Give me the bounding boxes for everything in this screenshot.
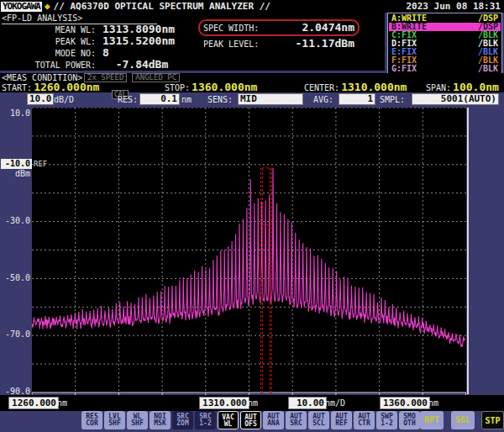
- softkey-res-cor[interactable]: RESCOR: [81, 411, 102, 429]
- softkey-smo-oth[interactable]: SMOOTH: [399, 411, 420, 429]
- spec-width-label: SPEC WIDTH:: [203, 24, 259, 33]
- sweep-params: START: 1260.000nm STOP: 1360.000nm CENTE…: [0, 81, 504, 92]
- softkey-line: MSK: [150, 420, 171, 427]
- trace-g-label: G:FIX: [391, 65, 417, 73]
- res-label: RES:: [118, 95, 138, 104]
- x-stop-unit: nm: [428, 398, 438, 408]
- total-power-row: TOTAL POWER: -7.84dBm: [2, 58, 175, 70]
- softkey-line: ZOM: [172, 420, 193, 427]
- total-power-label: TOTAL POWER:: [2, 61, 96, 70]
- softkey-aut-ref[interactable]: AUTREF: [331, 411, 352, 429]
- avg-field[interactable]: 1: [339, 93, 375, 105]
- peak-level-label: PEAK LEVEL:: [203, 40, 259, 49]
- meas-condition-panel: <MEAS CONDITION> 2x SPEED ANGLED PC STAR…: [0, 73, 504, 92]
- softkey-line: COR: [81, 420, 102, 427]
- softkey-line: WL: [218, 421, 238, 428]
- ref-level-field[interactable]: -10.0: [1, 159, 32, 169]
- softkey-aut-ctr[interactable]: AUTCTR: [354, 411, 375, 429]
- level-scale-field[interactable]: 10.0: [27, 93, 54, 105]
- softkey-line: SRC: [286, 420, 307, 427]
- res-unit: nm: [181, 95, 192, 104]
- x-start-field[interactable]: 1260.000: [8, 397, 59, 409]
- y-tick-10: 10.0: [0, 108, 30, 118]
- start-label: START:: [2, 83, 32, 92]
- softkey-swp-1-2[interactable]: SWP1-2: [376, 411, 397, 429]
- softkey-line: SHF: [104, 420, 125, 427]
- peak-wl-label: PEAK WL:: [2, 37, 96, 46]
- ref-line-label: REF: [34, 160, 47, 168]
- start-param[interactable]: START: 1260.000nm: [2, 81, 99, 93]
- trace-g-mode: /BLK: [478, 65, 498, 73]
- y-tick-m30: -30.0: [0, 216, 30, 225]
- sweep-repeat-button[interactable]: RPT: [420, 411, 444, 429]
- softkey-aut-scl[interactable]: AUTSCL: [308, 411, 329, 429]
- softkey-aut-ofs[interactable]: AUTOFS: [240, 411, 261, 429]
- avg-label: AVG:: [313, 95, 333, 104]
- center-value: 1310.000nm: [341, 81, 407, 93]
- softkey-line: OTH: [399, 420, 420, 427]
- softkey-src-1-2[interactable]: SRC1-2: [195, 411, 216, 429]
- spectrum-plot: [32, 108, 466, 399]
- softkey-vac-wl[interactable]: VACWL: [218, 411, 239, 429]
- stop-label: STOP:: [165, 83, 190, 92]
- spec-width-value: 2.0474nm: [302, 21, 354, 34]
- peak-wl-value: 1315.5200nm: [102, 34, 175, 47]
- softkey-line: CTR: [354, 420, 375, 427]
- softkey-line: SCL: [308, 420, 329, 427]
- x-per-div-field[interactable]: 10.00: [288, 397, 327, 409]
- mean-wl-label: MEAN WL:: [2, 25, 96, 34]
- softkey-lvl-shf[interactable]: LVLSHF: [104, 411, 125, 429]
- x-per-div-unit: nm/D: [325, 398, 345, 408]
- softkey-src-zom[interactable]: SRCZOM: [172, 411, 193, 429]
- stop-value: 1360.000nm: [192, 81, 257, 93]
- y-unit-dbm: dBm: [0, 169, 30, 178]
- stop-param[interactable]: STOP: 1360.000nm: [165, 81, 257, 93]
- softkey-aut-ana[interactable]: AUTANA: [263, 411, 284, 429]
- sweep-single-button[interactable]: SGL: [451, 411, 475, 429]
- softkey-row: RESCOR LVLSHF WLSHF NOIMSK SRCZOM SRC1-2…: [81, 411, 420, 429]
- spec-width-highlight-oval: SPEC WIDTH: 2.0474nm: [198, 19, 360, 36]
- osa-screen: YOKOGAWA ◆ // AQ6370D OPTICAL SPECTRUM A…: [0, 0, 504, 432]
- x-axis-bar: 1260.000 nm 1310.000 nm 10.00 nm/D 1360.…: [0, 395, 504, 411]
- softkey-line: 1-2: [195, 420, 216, 427]
- y-tick-m70: -70.0: [0, 329, 30, 339]
- trace-menu-item-g[interactable]: G:FIX /BLK: [389, 65, 501, 73]
- mode-no-value: 8: [102, 46, 109, 59]
- peak-level-value: -11.17dBm: [296, 37, 354, 50]
- smpl-field[interactable]: 5001(AUTO): [412, 93, 499, 105]
- datetime: 2023 Jun 08 18:31: [406, 1, 504, 12]
- x-center-unit: nm: [248, 398, 258, 408]
- softkey-aut-src[interactable]: AUTSRC: [286, 411, 307, 429]
- mean-wl-row: MEAN WL: 1313.8090nm: [2, 23, 175, 34]
- logo-diamond-icon: ◆: [45, 2, 50, 11]
- sens-field[interactable]: MID: [238, 93, 303, 105]
- analysis-results-left: MEAN WL: 1313.8090nm PEAK WL: 1315.5200n…: [2, 23, 175, 70]
- analysis-panel: <FP-LD ANALYSIS> MEAN WL: 1313.8090nm PE…: [0, 13, 385, 71]
- mode-no-row: MODE NO: 8: [2, 46, 175, 58]
- title-bar: YOKOGAWA ◆ // AQ6370D OPTICAL SPECTRUM A…: [0, 0, 504, 13]
- peak-wl-row: PEAK WL: 1315.5200nm: [2, 34, 175, 46]
- trace-menu: A:WRITE /DSP B:WRITE /DSP C:FIX /BLK D:F…: [387, 13, 502, 75]
- page-title: // AQ6370D OPTICAL SPECTRUM ANALYZER //: [54, 1, 270, 12]
- softkey-line: 1-2: [376, 420, 397, 427]
- x-start-unit: nm: [57, 398, 67, 408]
- mean-wl-value: 1313.8090nm: [102, 23, 175, 35]
- x-center-field[interactable]: 1310.000: [199, 397, 249, 409]
- center-param[interactable]: CENTER: 1310.000nm: [304, 81, 407, 93]
- softkey-line: REF: [331, 420, 352, 427]
- softkey-noi-msk[interactable]: NOIMSK: [150, 411, 171, 429]
- softkey-line: OFS: [241, 421, 260, 428]
- level-scale-unit: dB/D: [54, 95, 74, 104]
- span-label: SPAN:: [426, 83, 451, 92]
- analysis-results-right: SPEC WIDTH: 2.0474nm PEAK LEVEL: -11.17d…: [198, 19, 360, 49]
- span-param[interactable]: SPAN: 100.0nm: [426, 81, 499, 93]
- res-field[interactable]: 0.1: [139, 93, 180, 105]
- total-power-value: -7.84dBm: [102, 58, 168, 71]
- softkey-line: SHF: [127, 420, 148, 427]
- sweep-stop-button[interactable]: STP: [481, 411, 504, 429]
- plot-right-border: [467, 108, 469, 394]
- sens-label: SENS:: [207, 95, 233, 104]
- softkey-wl-shf[interactable]: WLSHF: [127, 411, 148, 429]
- x-stop-field[interactable]: 1360.000: [380, 397, 430, 409]
- yokogawa-logo: YOKOGAWA: [1, 2, 42, 12]
